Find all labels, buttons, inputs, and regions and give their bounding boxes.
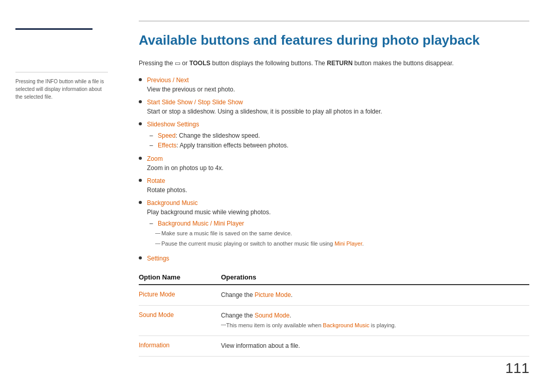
bg-music-sub-list: Background Music / Mini Player xyxy=(150,219,529,229)
picture-mode-link: Picture Mode xyxy=(254,291,291,298)
table-row-picture-mode: Picture Mode Change the Picture Mode. xyxy=(139,285,529,306)
bullet-content: Settings xyxy=(147,254,529,263)
list-item-prev-next: Previous / Next View the previous or nex… xyxy=(139,76,529,94)
information-label: Information xyxy=(139,342,170,349)
slideshow-settings-label: Slideshow Settings xyxy=(147,121,199,128)
col-header-name: Option Name xyxy=(139,273,221,281)
table-row-information: Information View information about a fil… xyxy=(139,336,529,357)
feature-list: Previous / Next View the previous or nex… xyxy=(139,76,529,263)
list-item-slideshow: Start Slide Show / Stop Slide Show Start… xyxy=(139,98,529,116)
bg-music-ref: Background Music xyxy=(323,322,369,328)
table-row-sound-mode: Sound Mode Change the Sound Mode. This m… xyxy=(139,306,529,336)
sidebar-top-bar xyxy=(15,28,92,30)
music-note-2: Pause the current music playing or switc… xyxy=(155,239,529,248)
list-item-rotate: Rotate Rotate photos. xyxy=(139,176,529,195)
sub-item-speed: Speed: Change the slideshow speed. xyxy=(150,131,529,141)
zoom-desc: Zoom in on photos up to 4x. xyxy=(147,164,224,172)
bullet-dot xyxy=(139,122,142,125)
bullet-content: Zoom Zoom in on photos up to 4x. xyxy=(147,154,529,173)
list-item-zoom: Zoom Zoom in on photos up to 4x. xyxy=(139,154,529,173)
top-divider xyxy=(139,21,529,22)
effects-label: Effects xyxy=(158,142,176,149)
sound-mode-name: Sound Mode xyxy=(139,311,221,319)
information-ops: View information about a file. xyxy=(221,341,529,351)
slideshow-label: Start Slide Show / Stop Slide Show xyxy=(147,99,243,106)
options-table: Option Name Operations Picture Mode Chan… xyxy=(139,270,529,357)
col-header-ops: Operations xyxy=(221,273,529,281)
bullet-dot xyxy=(139,201,142,204)
sound-mode-note: This menu item is only available when Ba… xyxy=(221,322,396,328)
table-header: Option Name Operations xyxy=(139,270,529,285)
list-item-settings: Settings xyxy=(139,254,529,263)
picture-mode-label: Picture Mode xyxy=(139,291,175,298)
speed-label: Speed xyxy=(158,132,176,139)
bullet-content: Previous / Next View the previous or nex… xyxy=(147,76,529,94)
sub-item-effects: Effects: Apply transition effects betwee… xyxy=(150,141,529,151)
picture-mode-name: Picture Mode xyxy=(139,290,221,298)
prev-next-label: Previous / Next xyxy=(147,77,189,84)
list-item-slideshow-settings: Slideshow Settings Speed: Change the sli… xyxy=(139,120,529,151)
bullet-content: Background Music Play background music w… xyxy=(147,198,529,250)
sound-mode-link: Sound Mode xyxy=(254,312,289,319)
bullet-dot xyxy=(139,256,142,259)
bullet-content: Slideshow Settings Speed: Change the sli… xyxy=(147,120,529,151)
bullet-dot xyxy=(139,157,142,160)
bullet-dot xyxy=(139,100,142,103)
mini-player-ref: Mini Player xyxy=(335,240,362,247)
bullet-content: Rotate Rotate photos. xyxy=(147,176,529,195)
zoom-label: Zoom xyxy=(147,155,163,162)
sound-mode-ops: Change the Sound Mode. This menu item is… xyxy=(221,311,529,330)
mini-player-label: Background Music / Mini Player xyxy=(158,220,244,227)
page-number: 111 xyxy=(505,360,529,377)
bg-music-desc: Play background music while viewing phot… xyxy=(147,209,271,216)
sidebar-note-text: Pressing the INFO button while a file is… xyxy=(15,79,104,100)
slideshow-desc: Start or stop a slideshow. Using a slide… xyxy=(147,108,382,115)
bg-music-label: Background Music xyxy=(147,199,198,207)
music-note-1: Make sure a music file is saved on the s… xyxy=(155,229,529,238)
sub-item-mini-player: Background Music / Mini Player xyxy=(150,219,529,229)
rotate-desc: Rotate photos. xyxy=(147,186,187,194)
sidebar: Pressing the INFO button while a file is… xyxy=(0,0,118,392)
settings-label: Settings xyxy=(147,255,169,262)
main-content: Available buttons and features during ph… xyxy=(118,0,555,392)
bullet-content: Start Slide Show / Stop Slide Show Start… xyxy=(147,98,529,116)
sidebar-note: Pressing the INFO button while a file is… xyxy=(15,72,108,101)
sound-mode-label: Sound Mode xyxy=(139,311,174,319)
information-name: Information xyxy=(139,341,221,349)
prev-next-desc: View the previous or next photo. xyxy=(147,86,235,93)
intro-paragraph: Pressing the ▭ or TOOLS button displays … xyxy=(139,59,529,68)
bullet-dot xyxy=(139,78,142,81)
list-item-bg-music: Background Music Play background music w… xyxy=(139,198,529,250)
page-title: Available buttons and features during ph… xyxy=(139,32,529,49)
slideshow-sub-list: Speed: Change the slideshow speed. Effec… xyxy=(150,131,529,151)
rotate-label: Rotate xyxy=(147,177,165,184)
bullet-dot xyxy=(139,179,142,182)
picture-mode-ops: Change the Picture Mode. xyxy=(221,290,529,300)
